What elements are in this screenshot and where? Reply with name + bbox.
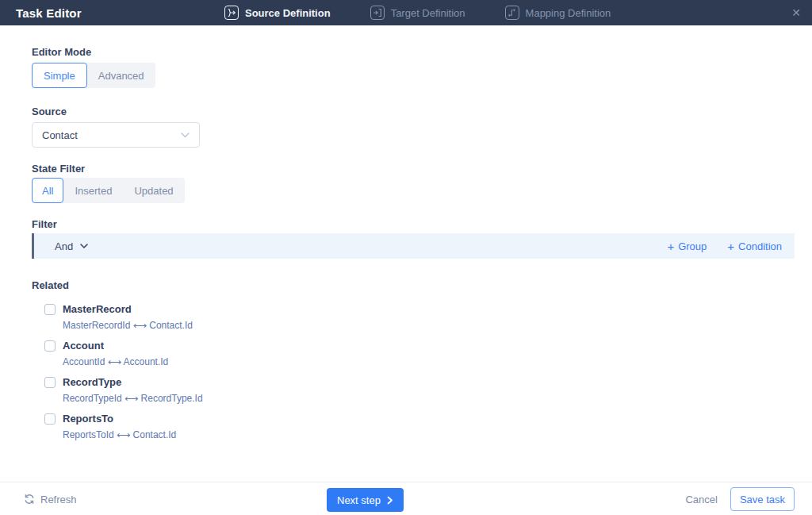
close-icon[interactable]: ✕ [791, 0, 801, 25]
tab-label: Target Definition [391, 7, 465, 19]
related-item-reportsto: ReportsTo ReportsToId ⟷ Contact.Id [44, 413, 176, 440]
source-select-value: Contact [42, 129, 181, 141]
filter-condition-bar: And + Group + Condition [32, 233, 795, 259]
related-item-row[interactable]: Account [44, 340, 168, 352]
refresh-button[interactable]: Refresh [24, 482, 77, 515]
related-item-masterrecord: MasterRecord MasterRecordId ⟷ Contact.Id [44, 303, 193, 331]
filter-operator-dropdown[interactable]: And [55, 240, 88, 252]
masterrecord-checkbox[interactable] [44, 304, 56, 315]
reportsto-checkbox[interactable] [44, 413, 56, 425]
source-definition-icon [224, 6, 239, 20]
recordtype-checkbox[interactable] [44, 377, 56, 388]
header-bar: Task Editor Source Definition [0, 0, 812, 25]
related-item-row[interactable]: MasterRecord [44, 303, 193, 315]
state-filter-label: State Filter [32, 163, 85, 175]
state-filter-all-button[interactable]: All [32, 178, 63, 203]
account-checkbox[interactable] [44, 340, 56, 352]
related-item-row[interactable]: ReportsTo [44, 413, 176, 425]
tab-source-definition[interactable]: Source Definition [224, 6, 331, 20]
mapping-definition-icon [505, 6, 519, 20]
refresh-label: Refresh [40, 494, 77, 505]
related-item-name: RecordType [63, 376, 121, 388]
filter-operator-value: And [55, 240, 73, 252]
footer-actions: Cancel Save task [685, 482, 795, 515]
plus-icon: + [667, 240, 674, 252]
chevron-right-icon [387, 496, 393, 505]
cancel-button[interactable]: Cancel [685, 494, 717, 505]
related-item-mapping: AccountId ⟷ Account.Id [63, 356, 168, 367]
related-item-row[interactable]: RecordType [44, 376, 203, 388]
window-title: Task Editor [16, 0, 82, 25]
chevron-down-icon [80, 244, 88, 248]
editor-mode-switch: Simple Advanced [32, 63, 155, 88]
task-editor-window: Task Editor Source Definition [0, 0, 812, 515]
editor-mode-advanced-button[interactable]: Advanced [87, 63, 155, 88]
chevron-down-icon [181, 133, 190, 138]
related-item-mapping: ReportsToId ⟷ Contact.Id [63, 429, 176, 440]
add-group-button[interactable]: + Group [667, 240, 707, 252]
editor-mode-simple-button[interactable]: Simple [32, 63, 87, 88]
related-item-name: MasterRecord [63, 303, 132, 315]
footer-bar: Refresh Next step Cancel Save task [0, 482, 812, 515]
state-filter-switch: All Inserted Updated [32, 178, 185, 203]
tab-label: Mapping Definition [526, 7, 611, 19]
next-step-button[interactable]: Next step [327, 488, 404, 512]
filter-actions: + Group + Condition [667, 240, 782, 252]
source-select[interactable]: Contact [32, 122, 200, 148]
source-label: Source [32, 106, 67, 117]
state-filter-inserted-button[interactable]: Inserted [63, 178, 123, 203]
add-condition-button[interactable]: + Condition [727, 240, 782, 252]
target-definition-icon [370, 6, 385, 20]
tab-mapping-definition[interactable]: Mapping Definition [505, 6, 611, 20]
filter-label: Filter [32, 218, 57, 230]
related-item-name: Account [63, 340, 104, 352]
save-task-button[interactable]: Save task [730, 487, 795, 511]
refresh-icon [24, 494, 35, 505]
editor-mode-label: Editor Mode [32, 46, 91, 58]
add-condition-label: Condition [738, 240, 782, 252]
related-item-mapping: MasterRecordId ⟷ Contact.Id [63, 320, 193, 331]
state-filter-updated-button[interactable]: Updated [123, 178, 184, 203]
tab-label: Source Definition [245, 7, 331, 19]
related-item-name: ReportsTo [63, 413, 113, 425]
related-item-account: Account AccountId ⟷ Account.Id [44, 340, 168, 367]
definition-tabs: Source Definition Target Definition [224, 0, 611, 25]
tab-target-definition[interactable]: Target Definition [370, 6, 465, 20]
add-group-label: Group [678, 240, 707, 252]
plus-icon: + [727, 240, 734, 252]
next-step-label: Next step [337, 494, 381, 506]
related-label: Related [32, 279, 69, 291]
related-item-mapping: RecordTypeId ⟷ RecordType.Id [63, 393, 203, 404]
related-item-recordtype: RecordType RecordTypeId ⟷ RecordType.Id [44, 376, 203, 404]
